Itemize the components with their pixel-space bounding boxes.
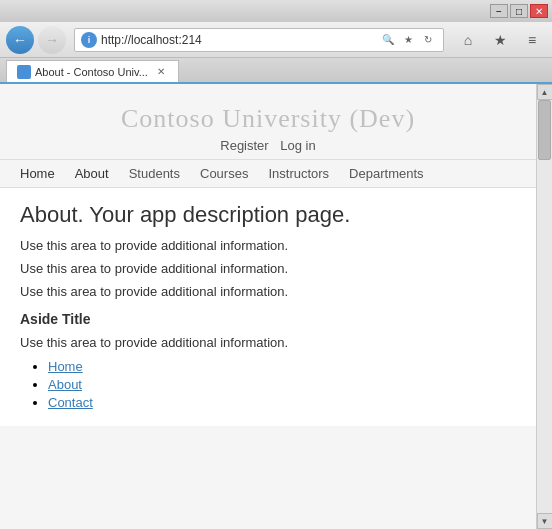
scroll-down-arrow[interactable]: ▼: [537, 513, 553, 529]
home-icon[interactable]: ⌂: [454, 26, 482, 54]
aside-text: Use this area to provide additional info…: [20, 335, 516, 350]
bookmark-icon[interactable]: ★: [399, 31, 417, 49]
footer-links: Home About Contact: [20, 358, 516, 410]
list-item: Home: [48, 358, 516, 374]
minimize-button[interactable]: −: [490, 4, 508, 18]
url-text: http://localhost:214: [101, 33, 379, 47]
maximize-button[interactable]: □: [510, 4, 528, 18]
settings-icon[interactable]: ≡: [518, 26, 546, 54]
register-link[interactable]: Register: [220, 138, 268, 153]
browser-content: Contoso University (Dev) Register Log in…: [0, 84, 536, 529]
aside-title: Aside Title: [20, 311, 516, 327]
nav-instructors[interactable]: Instructors: [268, 166, 329, 181]
nav-departments[interactable]: Departments: [349, 166, 423, 181]
tab-close-button[interactable]: ✕: [154, 65, 168, 79]
scroll-up-arrow[interactable]: ▲: [537, 84, 553, 100]
info-line-3: Use this area to provide additional info…: [20, 284, 516, 299]
page: Contoso University (Dev) Register Log in…: [0, 84, 536, 426]
nav-home[interactable]: Home: [20, 166, 55, 181]
nav-about[interactable]: About: [75, 166, 109, 181]
scroll-thumb[interactable]: [538, 100, 551, 160]
forward-button[interactable]: →: [38, 26, 66, 54]
active-tab[interactable]: About - Contoso Univ... ✕: [6, 60, 179, 82]
tab-bar: About - Contoso Univ... ✕: [0, 58, 552, 84]
site-nav: Home About Students Courses Instructors …: [0, 159, 536, 188]
nav-courses[interactable]: Courses: [200, 166, 248, 181]
list-item: About: [48, 376, 516, 392]
browser-content-wrapper: Contoso University (Dev) Register Log in…: [0, 84, 552, 529]
footer-about-link[interactable]: About: [48, 377, 82, 392]
heading-bold: About.: [20, 202, 84, 227]
tab-favicon: [17, 65, 31, 79]
footer-home-link[interactable]: Home: [48, 359, 83, 374]
info-line-2: Use this area to provide additional info…: [20, 261, 516, 276]
footer-contact-link[interactable]: Contact: [48, 395, 93, 410]
site-header: Contoso University (Dev) Register Log in: [0, 84, 536, 153]
title-bar: − □ ✕: [0, 0, 552, 22]
browser-nav-bar: ← → i http://localhost:214 🔍 ★ ↻ ⌂ ★ ≡: [0, 22, 552, 58]
auth-links: Register Log in: [0, 138, 536, 153]
tab-label: About - Contoso Univ...: [35, 66, 148, 78]
address-bar[interactable]: i http://localhost:214 🔍 ★ ↻: [74, 28, 444, 52]
favorites-icon[interactable]: ★: [486, 26, 514, 54]
back-button[interactable]: ←: [6, 26, 34, 54]
list-item: Contact: [48, 394, 516, 410]
nav-students[interactable]: Students: [129, 166, 180, 181]
site-favicon: i: [81, 32, 97, 48]
page-heading: About. Your app description page.: [20, 202, 516, 228]
info-line-1: Use this area to provide additional info…: [20, 238, 516, 253]
scrollbar[interactable]: ▲ ▼: [536, 84, 552, 529]
scroll-track[interactable]: [537, 100, 552, 513]
site-title: Contoso University (Dev): [0, 104, 536, 134]
refresh-icon[interactable]: ↻: [419, 31, 437, 49]
search-address-icon[interactable]: 🔍: [379, 31, 397, 49]
close-button[interactable]: ✕: [530, 4, 548, 18]
main-content: About. Your app description page. Use th…: [0, 188, 536, 426]
login-link[interactable]: Log in: [280, 138, 315, 153]
heading-rest: Your app description page.: [84, 202, 351, 227]
